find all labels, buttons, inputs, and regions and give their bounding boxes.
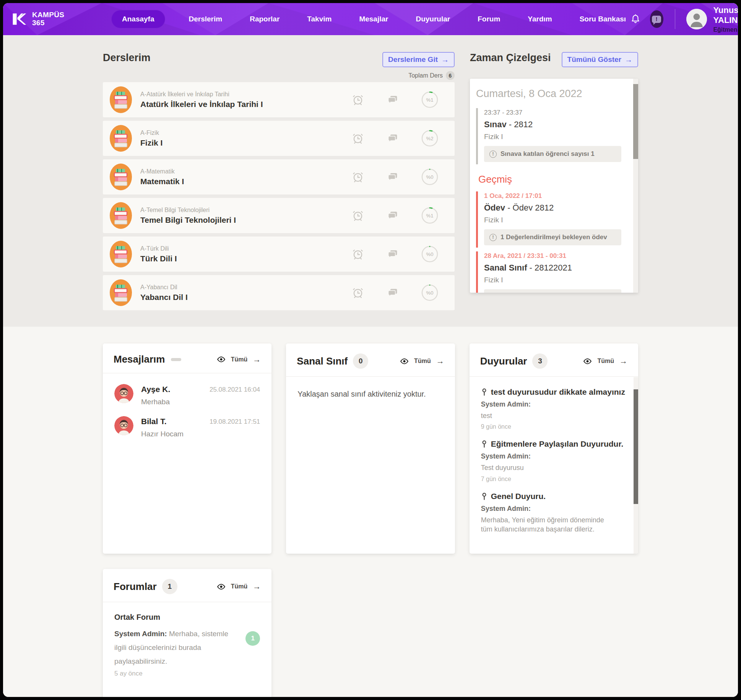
alerts-button[interactable] [650,10,663,28]
user-role: Eğitmen [713,26,738,33]
course-books-icon [110,279,132,306]
nav-item-raporlar[interactable]: Raporlar [246,10,283,28]
messages-view-all-link[interactable]: Tümü → [217,355,261,364]
show-all-timeline-button[interactable]: Tümünü Göster → [562,52,638,67]
course-chat-icon[interactable] [387,248,399,260]
course-chat-icon[interactable] [387,94,399,106]
notifications-bell-icon[interactable] [630,11,641,27]
course-actions: %0 [351,168,439,186]
course-title: Yabancı Dil I [140,293,188,302]
nav-item-forum[interactable]: Forum [474,10,504,28]
course-progress-ring: %1 [421,207,439,224]
course-category: A-Türk Dili [140,245,177,252]
message-timestamp: 19.08.2021 17:51 [210,416,260,426]
announcements-scrollbar [634,377,638,554]
reminder-clock-icon[interactable] [351,93,364,106]
nav-item-derslerim[interactable]: Derslerim [185,10,226,28]
total-courses: Toplam Ders 6 [382,71,455,80]
course-books-icon [110,164,132,190]
course-title: Fizik I [140,138,162,147]
brand[interactable]: KAMPÜS 365 [11,11,101,28]
course-chat-icon[interactable] [387,209,399,222]
message-timestamp: 25.08.2021 16:04 [210,384,260,394]
reminder-clock-icon[interactable] [351,209,364,222]
course-row[interactable]: A-Atatürk İlkeleri ve İnkılap Tarihi Ata… [103,82,455,117]
event-note: Sanal sınıfa katılan öğrenci sayısı 2 [484,289,621,293]
virtual-classroom-view-all-link[interactable]: Tümü → [400,356,444,366]
announcements-scrollbar-thumb[interactable] [634,389,638,504]
timeline-event-past: 1 Oca, 2022 / 17:01 Ödev - Ödev 2812 Fiz… [476,191,621,248]
course-chat-icon[interactable] [387,132,399,144]
course-progress-label: %0 [421,245,439,263]
navbar-right: Yunus YALIN Eğitmen [630,5,738,33]
nav-item-takvim[interactable]: Takvim [303,10,335,28]
course-progress-label: %0 [421,284,439,301]
course-category: A-Temel Bilgi Teknolojileri [140,207,236,214]
reminder-clock-icon[interactable] [351,132,364,145]
reminder-clock-icon[interactable] [351,170,364,183]
arrow-right-icon: → [625,56,632,63]
go-to-courses-button[interactable]: Derslerime Git → [382,52,455,67]
dashboard-top-section: Derslerim Derslerime Git → Toplam Ders 6 [3,35,738,327]
avatar [686,9,707,29]
event-date: 28 Ara, 2021 / 23:31 - 00:31 [484,252,621,260]
virtual-classroom-card: Sanal Sınıf 0 Tümü → Yaklaşan sanal [286,344,455,554]
announcement-item: test duyurusudur dikkate almayınız Syste… [481,387,627,430]
course-row[interactable]: A-Temel Bilgi Teknolojileri Temel Bilgi … [103,198,455,233]
message-list-item[interactable]: Bilal T. Hazır Hocam 19.08.2021 17:51 [114,416,260,438]
announcement-author: System Admin: [481,452,627,460]
sender-name: Ayşe K. [141,385,170,394]
eye-icon [217,582,226,591]
course-progress-label: %1 [421,207,439,224]
user-menu[interactable]: Yunus YALIN Eğitmen [686,5,738,33]
course-list: A-Atatürk İlkeleri ve İnkılap Tarihi Ata… [103,82,455,310]
course-info: A-Türk Dili Türk Dili I [140,245,177,263]
messages-card-title: Mesajlarım [114,353,165,365]
forum-unread-badge: 1 [245,631,260,646]
nav-item-yardim[interactable]: Yardım [524,10,556,28]
reminder-clock-icon[interactable] [351,248,364,261]
sender-avatar [114,384,133,403]
announcement-item: Eğitmenlere Paylaşılan Duyurudur. System… [481,439,627,482]
announcements-title: Duyurular [480,355,527,367]
event-time: 23:37 - 23:37 [484,109,621,117]
announcement-title[interactable]: Eğitmenlere Paylaşılan Duyurudur. [481,439,627,449]
course-progress-ring: %0 [421,168,439,186]
nav-item-anasayfa[interactable]: Anasayfa [111,10,165,28]
announcements-view-all-link[interactable]: Tümü → [583,356,627,366]
course-chat-icon[interactable] [387,287,399,299]
course-books-icon [110,241,132,267]
timeline-scrollbar-thumb[interactable] [633,84,638,159]
exclamation-bubble-icon [652,16,661,23]
info-icon [489,234,497,241]
course-actions: %1 [351,91,439,109]
forums-view-all-link[interactable]: Tümü → [217,582,261,591]
kampus-logo-icon [11,11,28,28]
course-row[interactable]: A-Matematik Matematik I %0 [103,159,455,194]
arrow-right-icon: → [253,355,261,364]
course-row[interactable]: A-Türk Dili Türk Dili I %0 [103,237,455,272]
main-navigation: Anasayfa Derslerim Raporlar Takvim Mesaj… [111,10,630,28]
reminder-clock-icon[interactable] [351,286,364,299]
course-row[interactable]: A-Fizik Fizik I %2 [103,121,455,156]
message-list-item[interactable]: Ayşe K. Merhaba 25.08.2021 16:04 [114,384,260,406]
forum-list-item[interactable]: Ortak Forum System Admin: Merhaba, siste… [114,613,260,677]
course-category: A-Atatürk İlkeleri ve İnkılap Tarihi [140,91,263,98]
course-title: Türk Dili I [140,254,177,263]
announcement-title[interactable]: test duyurusudur dikkate almayınız [481,387,627,397]
announcement-title[interactable]: Genel Duyuru. [481,492,627,501]
messages-card: Mesajlarım Tümü → [103,344,271,554]
course-chat-icon[interactable] [387,171,399,183]
arrow-right-icon: → [436,356,444,366]
course-row[interactable]: A-Yabancı Dil Yabancı Dil I %0 [103,275,455,310]
course-progress-label: %1 [421,91,439,109]
nav-item-duyurular[interactable]: Duyurular [412,10,454,28]
courses-panel-title: Derslerim [103,52,151,64]
event-title: Ödev - Ödev 2812 [484,203,621,213]
nav-item-mesajlar[interactable]: Mesajlar [355,10,392,28]
sender-avatar [114,416,133,435]
course-books-icon [110,202,132,229]
nav-item-soru-bankasi[interactable]: Soru Bankası [576,10,630,28]
course-actions: %1 [351,207,439,224]
logo-text: KAMPÜS 365 [32,11,64,27]
